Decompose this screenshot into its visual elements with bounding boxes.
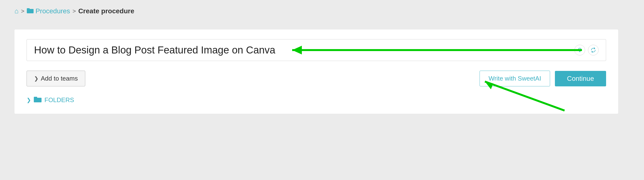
title-input-wrapper <box>26 39 606 61</box>
breadcrumb-current-page: Create procedure <box>78 7 134 15</box>
controls-row: ❯ Add to teams Write with SweetAI Contin… <box>26 71 606 86</box>
svg-point-3 <box>579 49 580 50</box>
folders-chevron-icon: ❯ <box>26 97 31 103</box>
add-to-teams-button[interactable]: ❯ Add to teams <box>26 71 85 86</box>
continue-label: Continue <box>567 75 594 82</box>
procedures-folder-icon <box>27 8 34 15</box>
folders-folder-icon <box>34 96 42 104</box>
refresh-icon-button[interactable] <box>588 45 598 55</box>
breadcrumb-separator-2: > <box>72 8 76 15</box>
title-icons-group <box>574 45 598 55</box>
page-wrapper: ⌂ > Procedures > Create procedure <box>0 0 644 180</box>
folders-label: FOLDERS <box>44 96 74 104</box>
main-content-card: ❯ Add to teams Write with SweetAI Contin… <box>14 30 618 114</box>
bulb-icon-button[interactable] <box>574 45 585 55</box>
add-to-teams-label: Add to teams <box>41 75 78 82</box>
svg-rect-1 <box>27 8 30 10</box>
breadcrumb-procedures-link[interactable]: Procedures <box>27 7 70 15</box>
breadcrumb: ⌂ > Procedures > Create procedure <box>14 7 630 15</box>
title-row <box>26 39 606 61</box>
breadcrumb-separator-1: > <box>21 8 24 15</box>
procedures-label: Procedures <box>36 7 70 15</box>
continue-button[interactable]: Continue <box>555 71 606 86</box>
right-buttons-group: Write with SweetAI Continue <box>480 71 606 86</box>
folders-row[interactable]: ❯ FOLDERS <box>26 96 606 104</box>
write-sweetai-button[interactable]: Write with SweetAI <box>480 71 550 86</box>
write-sweetai-label: Write with SweetAI <box>488 75 541 82</box>
procedure-title-input[interactable] <box>34 44 570 56</box>
svg-rect-9 <box>34 97 37 98</box>
add-to-teams-chevron-icon: ❯ <box>34 76 38 82</box>
home-icon[interactable]: ⌂ <box>14 7 18 15</box>
